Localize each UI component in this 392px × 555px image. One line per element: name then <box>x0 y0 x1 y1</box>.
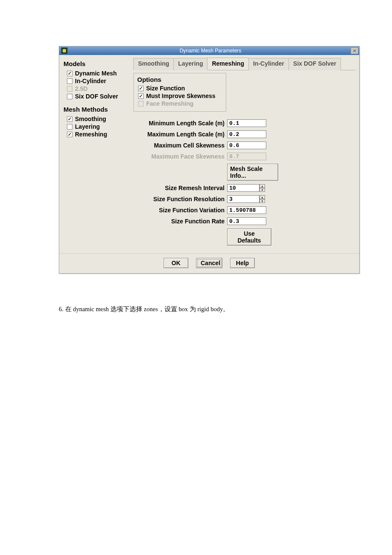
sidebar: Models ✓ Dynamic Mesh In-Cylinder 2.5D S… <box>61 57 132 248</box>
tab-in-cylinder[interactable]: In-Cylinder <box>248 58 289 70</box>
row-size-func-res: Size Function Resolution ▲ ▼ <box>135 195 354 203</box>
triangle-up-icon: ▲ <box>261 196 264 199</box>
page-root: Dynamic Mesh Parameters ✕ Models ✓ Dynam… <box>0 0 392 339</box>
size-func-var-label: Size Function Variation <box>135 207 227 214</box>
app-icon <box>61 47 68 54</box>
row-use-defaults: Use Defaults <box>135 228 354 246</box>
size-func-rate-input[interactable] <box>227 217 266 225</box>
size-func-res-spin: ▲ ▼ <box>227 195 265 203</box>
checkbox-dynamic-mesh[interactable]: ✓ <box>67 71 72 76</box>
row-mesh-scale-info: Mesh Scale Info... <box>135 164 354 181</box>
mesh-scale-info-button[interactable]: Mesh Scale Info... <box>227 164 278 181</box>
size-func-res-input[interactable] <box>227 195 259 203</box>
row-max-face-skew: Maximum Face Skewness <box>135 153 354 160</box>
min-length-label: Minimum Length Scale (m) <box>135 120 227 127</box>
max-length-label: Maximum Length Scale (m) <box>135 131 227 138</box>
models-title: Models <box>63 60 129 67</box>
app-icon-inner <box>63 49 66 52</box>
spacer <box>135 228 227 246</box>
row-size-func-var: Size Function Variation <box>135 206 354 214</box>
options-title: Options <box>137 76 222 83</box>
option-size-function[interactable]: ✓ Size Function <box>138 85 222 92</box>
checkmark-icon: ✓ <box>68 132 72 136</box>
checkbox-remeshing[interactable]: ✓ <box>67 132 72 137</box>
size-func-res-label: Size Function Resolution <box>135 196 227 202</box>
cancel-button[interactable]: Cancel <box>196 258 222 268</box>
bottom-button-bar: OK Cancel Help <box>59 253 359 273</box>
model-2-5d-label: 2.5D <box>75 85 88 92</box>
checkbox-six-dof[interactable] <box>67 94 72 99</box>
method-smoothing-label: Smoothing <box>75 116 106 122</box>
tab-remeshing[interactable]: Remeshing <box>207 58 248 70</box>
row-max-cell-skew: Maximum Cell Skewness <box>135 142 354 149</box>
triangle-up-icon: ▲ <box>261 185 264 188</box>
row-min-length: Minimum Length Scale (m) <box>135 119 354 127</box>
method-smoothing[interactable]: ✓ Smoothing <box>67 116 129 122</box>
methods-title: Mesh Methods <box>63 106 129 113</box>
spacer <box>135 164 227 181</box>
option-size-function-label: Size Function <box>146 85 185 92</box>
close-icon: ✕ <box>353 49 356 53</box>
spin-down-button[interactable]: ▼ <box>259 188 265 192</box>
method-remeshing-label: Remeshing <box>75 131 107 138</box>
row-max-length: Maximum Length Scale (m) <box>135 130 354 138</box>
checkbox-in-cylinder[interactable] <box>67 78 72 84</box>
checkmark-icon: ✓ <box>139 86 143 90</box>
spin-down-button[interactable]: ▼ <box>259 199 265 203</box>
max-cell-skew-label: Maximum Cell Skewness <box>135 142 227 149</box>
dialog-title: Dynamic Mesh Parameters <box>70 48 351 54</box>
min-length-input[interactable] <box>227 119 266 127</box>
tab-smoothing[interactable]: Smoothing <box>133 58 174 70</box>
titlebar: Dynamic Mesh Parameters ✕ <box>59 46 359 55</box>
caption-text: 6. 在 dynamic mesh 选项下选择 zones，设置 box 为 r… <box>59 305 392 313</box>
max-length-input[interactable] <box>227 130 266 138</box>
checkbox-smoothing[interactable]: ✓ <box>67 116 72 122</box>
size-remesh-interval-label: Size Remesh Interval <box>135 185 227 191</box>
dialog-dynamic-mesh-parameters: Dynamic Mesh Parameters ✕ Models ✓ Dynam… <box>59 46 360 274</box>
max-cell-skew-input[interactable] <box>227 142 266 149</box>
spin-up-button[interactable]: ▲ <box>259 195 265 199</box>
model-in-cylinder-label: In-Cylinder <box>75 78 106 84</box>
main-panel: Smoothing Layering Remeshing In-Cylinder… <box>132 57 357 248</box>
spin-up-button[interactable]: ▲ <box>259 184 265 188</box>
model-dynamic-mesh[interactable]: ✓ Dynamic Mesh <box>67 70 129 77</box>
tab-layering[interactable]: Layering <box>173 58 208 70</box>
checkbox-face-remeshing <box>138 101 144 107</box>
tabs: Smoothing Layering Remeshing In-Cylinder… <box>133 58 356 70</box>
ok-button[interactable]: OK <box>164 258 188 268</box>
model-dynamic-mesh-label: Dynamic Mesh <box>75 70 117 77</box>
checkmark-icon: ✓ <box>139 94 143 98</box>
size-remesh-interval-spin: ▲ ▼ <box>227 184 265 192</box>
model-six-dof[interactable]: Six DOF Solver <box>67 93 129 100</box>
tab-six-dof[interactable]: Six DOF Solver <box>288 58 341 70</box>
checkbox-must-improve[interactable]: ✓ <box>138 93 144 99</box>
checkmark-icon: ✓ <box>68 117 72 121</box>
max-face-skew-label: Maximum Face Skewness <box>135 153 227 160</box>
close-button[interactable]: ✕ <box>351 47 358 54</box>
size-func-var-input[interactable] <box>227 206 266 214</box>
row-size-func-rate: Size Function Rate <box>135 217 354 225</box>
max-face-skew-input <box>227 153 266 160</box>
triangle-down-icon: ▼ <box>261 200 264 202</box>
dialog-body: Models ✓ Dynamic Mesh In-Cylinder 2.5D S… <box>59 55 359 250</box>
option-must-improve-label: Must Improve Skewness <box>146 92 216 99</box>
form-area: Minimum Length Scale (m) Maximum Length … <box>133 112 356 247</box>
option-must-improve[interactable]: ✓ Must Improve Skewness <box>138 92 222 99</box>
spin-buttons: ▲ ▼ <box>259 184 265 192</box>
method-layering-label: Layering <box>75 123 100 130</box>
triangle-down-icon: ▼ <box>261 189 264 191</box>
checkbox-layering[interactable] <box>67 124 72 130</box>
model-in-cylinder[interactable]: In-Cylinder <box>67 78 129 84</box>
checkmark-icon: ✓ <box>68 71 72 75</box>
checkbox-size-function[interactable]: ✓ <box>138 86 144 91</box>
spin-buttons: ▲ ▼ <box>259 195 265 203</box>
use-defaults-button[interactable]: Use Defaults <box>227 228 271 246</box>
size-remesh-interval-input[interactable] <box>227 184 259 192</box>
option-face-remeshing: Face Remeshing <box>138 100 222 107</box>
options-group: Options ✓ Size Function ✓ Must Improve S… <box>133 73 226 112</box>
size-func-rate-label: Size Function Rate <box>135 218 227 225</box>
help-button[interactable]: Help <box>230 258 255 268</box>
method-remeshing[interactable]: ✓ Remeshing <box>67 131 129 138</box>
method-layering[interactable]: Layering <box>67 123 129 130</box>
model-six-dof-label: Six DOF Solver <box>75 93 118 100</box>
